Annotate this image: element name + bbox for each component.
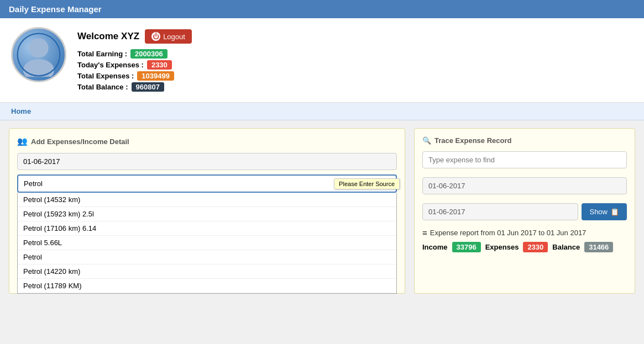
total-balance-label: Total Balance :	[77, 83, 128, 91]
total-earning-value: 2000306	[130, 49, 167, 59]
svg-point-1	[23, 59, 54, 77]
right-panel: 🔍 Trace Expense Record Show 📋 ≡ Expense …	[414, 128, 635, 294]
balance-badge: 31466	[584, 242, 613, 252]
total-expenses-value: 1039499	[137, 71, 174, 81]
date-input[interactable]	[17, 153, 397, 170]
nav-home-link[interactable]: Home	[11, 107, 31, 115]
report-section: ≡ Expense report from 01 Jun 2017 to 01 …	[422, 228, 627, 252]
date-field-group	[17, 153, 397, 170]
total-earning-label: Total Earning :	[77, 50, 127, 58]
profile-section: Welcome XYZ Logout Total Earning : 20003…	[0, 18, 644, 103]
trace-search-input[interactable]	[422, 151, 627, 168]
list-item[interactable]: Petrol 5.66L	[18, 236, 396, 250]
from-date-input[interactable]	[422, 177, 627, 194]
expenses-label: Expenses	[485, 243, 519, 251]
add-icon: 👥	[17, 136, 28, 146]
avatar	[11, 27, 66, 82]
profile-info: Welcome XYZ Logout Total Earning : 20003…	[77, 27, 192, 93]
to-date-input[interactable]	[422, 203, 578, 220]
total-expenses-label: Total Expenses :	[77, 72, 134, 80]
to-date-row: Show 📋	[422, 203, 627, 220]
list-item[interactable]: Petrol (17106 km) 6.14	[18, 221, 396, 236]
tooltip-popup: Please Enter Source	[334, 178, 400, 189]
list-report-icon: ≡	[422, 228, 427, 237]
from-date-group	[422, 177, 627, 199]
total-balance-row: Total Balance : 960807	[77, 82, 192, 92]
expenses-badge: 2330	[523, 242, 548, 252]
power-icon	[151, 32, 160, 41]
svg-point-0	[29, 38, 48, 57]
total-expenses-row: Total Expenses : 1039499	[77, 71, 192, 81]
list-item[interactable]: Petrol (14532 km)	[18, 193, 396, 207]
list-item[interactable]: Petrol (14220 km)	[18, 264, 396, 279]
list-item[interactable]: Petrol (11789 KM)	[18, 279, 396, 293]
search-field-group	[422, 151, 627, 173]
income-badge: 33796	[452, 242, 481, 252]
total-balance-value: 960807	[132, 82, 164, 92]
todays-expenses-value: 2330	[147, 60, 172, 70]
list-item[interactable]: Petrol (15923 km) 2.5l	[18, 207, 396, 221]
right-panel-title: 🔍 Trace Expense Record	[422, 136, 627, 145]
income-label: Income	[422, 243, 448, 251]
logout-button[interactable]: Logout	[145, 29, 192, 44]
welcome-row: Welcome XYZ Logout	[77, 29, 192, 44]
autocomplete-group: Please Enter Source Petrol (14532 km) Pe…	[17, 174, 397, 193]
app-header: Daily Expense Manager	[0, 0, 644, 18]
summary-row: Income 33796 Expenses 2330 Balance 31466	[422, 242, 627, 252]
left-panel: 👥 Add Expenses/Income Detail Please Ente…	[9, 128, 405, 294]
left-panel-title: 👥 Add Expenses/Income Detail	[17, 136, 397, 146]
app-title: Daily Expense Manager	[9, 4, 102, 14]
nav-bar: Home	[0, 103, 644, 120]
logout-label: Logout	[163, 33, 185, 41]
show-button[interactable]: Show 📋	[582, 203, 627, 220]
dropdown-list: Petrol (14532 km) Petrol (15923 km) 2.5l…	[17, 193, 397, 294]
show-icon: 📋	[610, 208, 619, 216]
list-item[interactable]: Petrol	[18, 250, 396, 264]
todays-expenses-label: Today's Expenses :	[77, 61, 144, 69]
balance-label: Balance	[552, 243, 580, 251]
show-label: Show	[589, 208, 608, 216]
main-content: 👥 Add Expenses/Income Detail Please Ente…	[0, 120, 644, 301]
search-icon: 🔍	[422, 136, 431, 145]
todays-expenses-row: Today's Expenses : 2330	[77, 60, 192, 70]
total-earning-row: Total Earning : 2000306	[77, 49, 192, 59]
report-text: ≡ Expense report from 01 Jun 2017 to 01 …	[422, 228, 627, 237]
welcome-text: Welcome XYZ	[77, 31, 139, 42]
